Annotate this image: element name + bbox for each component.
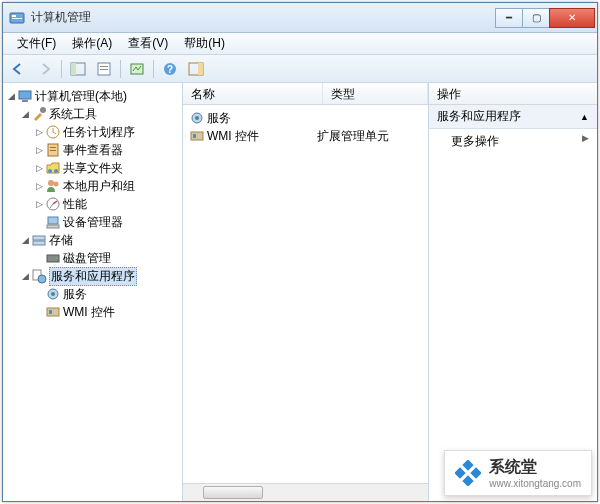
toolbar: ? xyxy=(3,55,597,83)
action-pane-button[interactable] xyxy=(184,58,208,80)
close-button[interactable]: ✕ xyxy=(549,8,595,28)
menu-help[interactable]: 帮助(H) xyxy=(176,33,233,54)
window-buttons: ━ ▢ ✕ xyxy=(496,8,595,28)
toolbar-separator xyxy=(120,60,121,78)
refresh-button[interactable] xyxy=(125,58,149,80)
actions-section[interactable]: 服务和应用程序 ▲ xyxy=(429,105,597,129)
watermark-logo-icon xyxy=(455,460,481,486)
tree-storage[interactable]: ◢存储 xyxy=(5,231,180,249)
svg-rect-6 xyxy=(100,66,108,67)
column-name[interactable]: 名称 xyxy=(183,83,323,104)
show-hide-tree-button[interactable] xyxy=(66,58,90,80)
svg-rect-14 xyxy=(22,100,28,102)
disk-icon xyxy=(45,250,61,266)
properties-button[interactable] xyxy=(92,58,116,80)
svg-point-21 xyxy=(54,169,58,173)
share-icon xyxy=(45,160,61,176)
column-type[interactable]: 类型 xyxy=(323,83,428,104)
svg-rect-40 xyxy=(193,134,196,138)
wmi-icon xyxy=(189,128,205,144)
svg-rect-39 xyxy=(191,132,203,140)
svg-rect-41 xyxy=(463,460,474,471)
svg-rect-44 xyxy=(463,475,474,486)
device-icon xyxy=(45,214,61,230)
svg-point-20 xyxy=(48,169,52,173)
performance-icon xyxy=(45,196,61,212)
actions-more[interactable]: 更多操作 ▶ xyxy=(429,129,597,154)
svg-text:?: ? xyxy=(167,64,173,75)
svg-point-22 xyxy=(48,180,54,186)
svg-rect-27 xyxy=(33,236,45,240)
horizontal-scrollbar[interactable] xyxy=(183,483,428,501)
collapse-icon: ▲ xyxy=(580,112,589,122)
chevron-right-icon: ▶ xyxy=(582,133,589,143)
wmi-icon xyxy=(45,304,61,320)
tools-icon xyxy=(31,106,47,122)
mmc-window: 计算机管理 ━ ▢ ✕ 文件(F) 操作(A) 查看(V) 帮助(H) ? ◢计… xyxy=(2,2,598,502)
forward-button[interactable] xyxy=(33,58,57,80)
services-apps-icon xyxy=(31,268,47,284)
svg-point-23 xyxy=(54,182,59,187)
svg-rect-18 xyxy=(50,147,56,148)
svg-rect-13 xyxy=(19,91,31,99)
tree-event-viewer[interactable]: ▷事件查看器 xyxy=(5,141,180,159)
svg-rect-7 xyxy=(100,69,108,70)
menu-action[interactable]: 操作(A) xyxy=(64,33,120,54)
console-tree[interactable]: ◢计算机管理(本地) ◢系统工具 ▷任务计划程序 ▷事件查看器 ▷共享文件夹 ▷… xyxy=(3,83,183,501)
svg-rect-36 xyxy=(49,310,52,314)
body: ◢计算机管理(本地) ◢系统工具 ▷任务计划程序 ▷事件查看器 ▷共享文件夹 ▷… xyxy=(3,83,597,501)
storage-icon xyxy=(31,232,47,248)
list-view: 名称 类型 服务 WMI 控件 扩展管理单元 xyxy=(183,83,429,501)
svg-rect-19 xyxy=(50,150,56,151)
list-body[interactable]: 服务 WMI 控件 扩展管理单元 xyxy=(183,105,428,483)
svg-rect-4 xyxy=(71,63,76,75)
actions-header: 操作 xyxy=(429,83,597,105)
menu-file[interactable]: 文件(F) xyxy=(9,33,64,54)
gear-icon xyxy=(189,110,205,126)
svg-rect-43 xyxy=(471,467,482,478)
list-item[interactable]: 服务 xyxy=(187,109,424,127)
tree-services[interactable]: 服务 xyxy=(5,285,180,303)
menu-view[interactable]: 查看(V) xyxy=(120,33,176,54)
svg-rect-28 xyxy=(33,241,45,245)
svg-rect-35 xyxy=(47,308,59,316)
svg-point-30 xyxy=(56,257,58,259)
list-header: 名称 类型 xyxy=(183,83,428,105)
tree-device-manager[interactable]: 设备管理器 xyxy=(5,213,180,231)
list-item[interactable]: WMI 控件 扩展管理单元 xyxy=(187,127,424,145)
svg-rect-26 xyxy=(47,225,59,228)
watermark-brand: 系统堂 xyxy=(489,458,537,475)
svg-point-15 xyxy=(40,107,46,113)
gear-icon xyxy=(45,286,61,302)
tree-task-scheduler[interactable]: ▷任务计划程序 xyxy=(5,123,180,141)
tree-performance[interactable]: ▷性能 xyxy=(5,195,180,213)
scrollbar-thumb[interactable] xyxy=(203,486,263,499)
event-icon xyxy=(45,142,61,158)
menubar: 文件(F) 操作(A) 查看(V) 帮助(H) xyxy=(3,33,597,55)
tree-disk-management[interactable]: 磁盘管理 xyxy=(5,249,180,267)
tree-shared-folders[interactable]: ▷共享文件夹 xyxy=(5,159,180,177)
svg-rect-2 xyxy=(12,18,22,19)
tree-wmi[interactable]: WMI 控件 xyxy=(5,303,180,321)
minimize-button[interactable]: ━ xyxy=(495,8,523,28)
tree-system-tools[interactable]: ◢系统工具 xyxy=(5,105,180,123)
computer-icon xyxy=(17,88,33,104)
svg-rect-12 xyxy=(198,63,203,75)
svg-point-38 xyxy=(195,116,199,120)
toolbar-separator xyxy=(153,60,154,78)
watermark: 系统堂 www.xitongtang.com xyxy=(444,450,592,496)
watermark-url: www.xitongtang.com xyxy=(489,478,581,489)
titlebar[interactable]: 计算机管理 ━ ▢ ✕ xyxy=(3,3,597,33)
tree-services-apps[interactable]: ◢服务和应用程序 xyxy=(5,267,180,285)
svg-rect-1 xyxy=(12,15,16,17)
back-button[interactable] xyxy=(7,58,31,80)
clock-icon xyxy=(45,124,61,140)
svg-rect-42 xyxy=(455,467,466,478)
window-title: 计算机管理 xyxy=(31,9,496,26)
help-button[interactable]: ? xyxy=(158,58,182,80)
tree-local-users[interactable]: ▷本地用户和组 xyxy=(5,177,180,195)
svg-rect-25 xyxy=(48,217,58,224)
maximize-button[interactable]: ▢ xyxy=(522,8,550,28)
tree-root[interactable]: ◢计算机管理(本地) xyxy=(5,87,180,105)
app-icon xyxy=(9,10,25,26)
